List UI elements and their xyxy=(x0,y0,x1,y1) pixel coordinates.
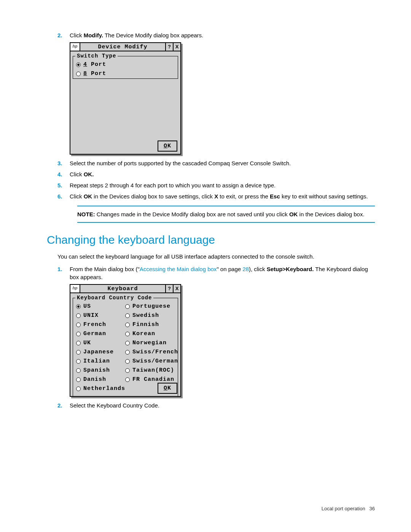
step-2: 2. Click Modify. The Device Modify dialo… xyxy=(51,31,375,39)
step-number: 4. xyxy=(57,170,70,178)
radio-portuguese[interactable]: Portuguese xyxy=(125,302,178,310)
radio-icon xyxy=(76,359,81,364)
radio-swedish[interactable]: Swedish xyxy=(125,312,178,320)
step-4: 4. Click OK. xyxy=(51,170,375,178)
hp-logo-icon: hp xyxy=(70,285,80,292)
step-text: Select the Keyboard Country Code. xyxy=(70,401,375,409)
note-label: NOTE: xyxy=(77,211,95,217)
radio-icon xyxy=(125,313,130,318)
radio-icon xyxy=(125,332,130,336)
close-button[interactable]: X xyxy=(173,285,180,292)
dialog-title: Device Modify xyxy=(80,43,165,51)
dialog-title: Keyboard xyxy=(80,285,165,292)
step-5: 5. Repeat steps 2 through 4 for each por… xyxy=(51,181,375,189)
step-number: 2. xyxy=(57,401,70,409)
radio-icon xyxy=(125,350,130,355)
radio-us[interactable]: US xyxy=(76,302,125,310)
step-number: 6. xyxy=(57,192,70,200)
step-number: 1. xyxy=(57,265,70,281)
radio-uk[interactable]: UK xyxy=(76,339,125,347)
dialog-body: Keyboard Country Code USUNIXFrenchGerman… xyxy=(70,293,180,396)
radio-icon xyxy=(76,341,81,345)
radio-french[interactable]: French xyxy=(76,321,125,329)
radio-icon xyxy=(125,377,130,382)
radio-danish[interactable]: Danish xyxy=(76,375,125,383)
step-6: 6. Click OK in the Devices dialog box to… xyxy=(51,192,375,200)
hp-logo-icon: hp xyxy=(70,43,80,51)
page-footer: Local port operation 36 xyxy=(322,505,375,512)
ok-button[interactable]: OK xyxy=(158,141,177,152)
radio-icon xyxy=(125,323,130,327)
radio-icon xyxy=(125,304,130,309)
footer-label: Local port operation xyxy=(322,506,365,511)
switch-type-fieldset: Switch Type 4 Port 8 Port xyxy=(73,56,178,79)
step-1b: 1. From the Main dialog box ("Accessing … xyxy=(51,265,375,281)
note-box: NOTE: Changes made in the Device Modify … xyxy=(77,206,375,223)
radio-italian[interactable]: Italian xyxy=(76,357,125,365)
radio-taiwan-roc-[interactable]: Taiwan(ROC) xyxy=(125,366,178,374)
step-text: Repeat steps 2 through 4 for each port t… xyxy=(70,181,375,189)
radio-icon xyxy=(76,350,81,355)
step-text: From the Main dialog box ("Accessing the… xyxy=(70,265,375,281)
fieldset-legend: Switch Type xyxy=(75,53,118,60)
help-button[interactable]: ? xyxy=(165,285,173,292)
radio-swiss-german[interactable]: Swiss/German xyxy=(125,357,178,365)
dialog-body: Switch Type 4 Port 8 Port OK xyxy=(70,51,180,154)
section-heading: Changing the keyboard language xyxy=(47,232,375,248)
titlebar: hp Device Modify ? X xyxy=(70,43,180,51)
radio-4-port[interactable]: 4 Port xyxy=(76,61,175,69)
device-modify-dialog: hp Device Modify ? X Switch Type 4 Port … xyxy=(70,42,181,155)
step-number: 3. xyxy=(57,159,70,167)
step-number: 2. xyxy=(57,31,70,39)
radio-fr-canadian[interactable]: FR Canadian xyxy=(125,375,178,383)
step-text: Select the number of ports supported by … xyxy=(70,159,375,167)
page-link[interactable]: 28 xyxy=(242,266,249,272)
radio-norwegian[interactable]: Norwegian xyxy=(125,339,178,347)
radio-icon xyxy=(125,359,130,364)
radio-spanish[interactable]: Spanish xyxy=(76,366,125,374)
radio-german[interactable]: German xyxy=(76,330,125,338)
step-text: Click OK in the Devices dialog box to sa… xyxy=(70,192,375,200)
cross-reference-link[interactable]: Accessing the Main dialog box xyxy=(140,266,217,272)
radio-icon xyxy=(76,387,81,391)
radio-icon xyxy=(125,368,130,373)
radio-icon xyxy=(76,62,81,67)
radio-swiss-french[interactable]: Swiss/French xyxy=(125,348,178,356)
keyboard-dialog: hp Keyboard ? X Keyboard Country Code US… xyxy=(70,284,181,397)
radio-icon xyxy=(125,341,130,345)
radio-icon xyxy=(76,313,81,318)
help-button[interactable]: ? xyxy=(165,43,173,51)
radio-icon xyxy=(76,72,81,76)
close-button[interactable]: X xyxy=(173,43,180,51)
step-text: Click Modify. The Device Modify dialog b… xyxy=(70,31,375,39)
radio-icon xyxy=(76,377,81,382)
radio-netherlands[interactable]: Netherlands xyxy=(76,385,125,393)
fieldset-legend: Keyboard Country Code xyxy=(75,294,153,302)
step-text: Click OK. xyxy=(70,170,375,178)
radio-icon xyxy=(76,304,81,309)
ok-button[interactable]: OK xyxy=(158,383,177,394)
radio-icon xyxy=(76,323,81,327)
titlebar: hp Keyboard ? X xyxy=(70,285,180,293)
radio-icon xyxy=(76,368,81,373)
radio-icon xyxy=(76,332,81,336)
page-number: 36 xyxy=(370,506,375,511)
intro-paragraph: You can select the keyboard language for… xyxy=(57,252,375,260)
radio-unix[interactable]: UNIX xyxy=(76,312,125,320)
radio-japanese[interactable]: Japanese xyxy=(76,348,125,356)
step-3: 3. Select the number of ports supported … xyxy=(51,159,375,167)
keyboard-country-fieldset: Keyboard Country Code USUNIXFrenchGerman… xyxy=(73,298,178,396)
step-number: 5. xyxy=(57,181,70,189)
radio-8-port[interactable]: 8 Port xyxy=(76,70,175,78)
radio-finnish[interactable]: Finnish xyxy=(125,321,178,329)
step-2b: 2. Select the Keyboard Country Code. xyxy=(51,401,375,409)
radio-korean[interactable]: Korean xyxy=(125,330,178,338)
